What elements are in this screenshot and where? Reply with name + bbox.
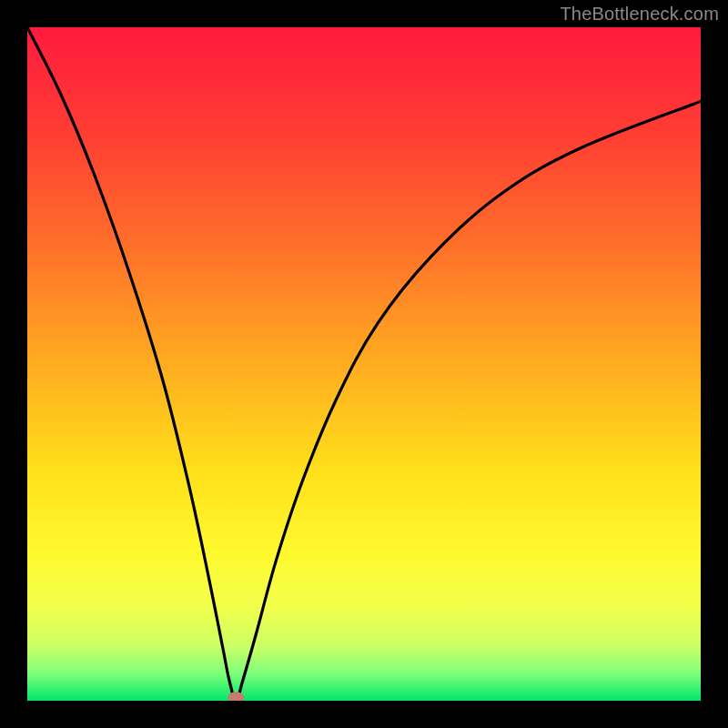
chart-frame: TheBottleneck.com: [0, 0, 728, 728]
curve-layer: [27, 27, 701, 701]
plot-area: [27, 27, 701, 701]
attribution-text: TheBottleneck.com: [560, 4, 719, 25]
minimum-marker: [228, 692, 244, 701]
bottleneck-curve: [27, 27, 701, 701]
